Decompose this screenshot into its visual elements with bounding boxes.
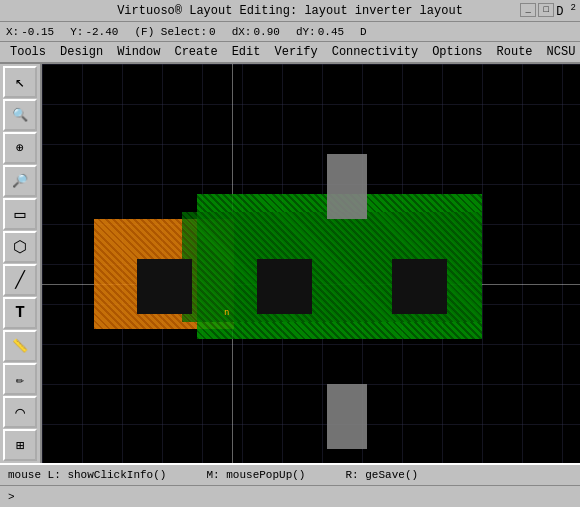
menu-bar: Tools Design Window Create Edit Verify C…: [0, 42, 580, 64]
poly-top-shape: [327, 154, 367, 219]
status-mid: M: mousePopUp(): [206, 469, 305, 481]
dy-coord: dY: 0.45: [296, 26, 344, 38]
d-indicator: D 2: [556, 3, 576, 19]
status-bar: mouse L: showClickInfo() M: mousePopUp()…: [0, 463, 580, 485]
contact-center: [257, 259, 312, 314]
polygon-tool-button[interactable]: ⬡: [3, 231, 37, 263]
select-count: (F) Select: 0: [134, 26, 215, 38]
main-area: ↖ 🔍 ⊕ 🔎 ▭ ⬡ ╱ T 📏 ✏ ⌒ ⊞ n: [0, 64, 580, 463]
contact-left: [137, 259, 192, 314]
coord-bar: X: -0.15 Y: -2.40 (F) Select: 0 dX: 0.90…: [0, 22, 580, 42]
y-coord: Y: -2.40: [70, 26, 118, 38]
menu-connectivity[interactable]: Connectivity: [326, 43, 424, 61]
command-bar[interactable]: >: [0, 485, 580, 507]
menu-tools[interactable]: Tools: [4, 43, 52, 61]
poly-bottom-shape: [327, 384, 367, 449]
menu-edit[interactable]: Edit: [226, 43, 267, 61]
menu-ncsu[interactable]: NCSU: [541, 43, 580, 61]
menu-window[interactable]: Window: [111, 43, 166, 61]
zoom-out-button[interactable]: 🔎: [3, 165, 37, 197]
status-left: mouse L: showClickInfo(): [8, 469, 166, 481]
command-prompt: >: [8, 491, 15, 503]
minimize-button[interactable]: _: [520, 3, 536, 17]
arc-tool-button[interactable]: ⌒: [3, 396, 37, 428]
toolbar: ↖ 🔍 ⊕ 🔎 ▭ ⬡ ╱ T 📏 ✏ ⌒ ⊞: [0, 64, 42, 463]
zoom-fit-button[interactable]: ⊕: [3, 132, 37, 164]
menu-options[interactable]: Options: [426, 43, 488, 61]
dx-coord: dX: 0.90: [232, 26, 280, 38]
layout-label-n: n: [224, 307, 229, 317]
menu-design[interactable]: Design: [54, 43, 109, 61]
select-tool-button[interactable]: ↖: [3, 66, 37, 98]
menu-route[interactable]: Route: [491, 43, 539, 61]
grid-tool-button[interactable]: ⊞: [3, 429, 37, 461]
maximize-button[interactable]: □: [538, 3, 554, 17]
d-coord: D: [360, 26, 367, 38]
title-bar: Virtuoso® Layout Editing: layout inverte…: [0, 0, 580, 22]
text-tool-button[interactable]: T: [3, 297, 37, 329]
zoom-in-button[interactable]: 🔍: [3, 99, 37, 131]
status-right: R: geSave(): [345, 469, 418, 481]
contact-right: [392, 259, 447, 314]
wire-tool-button[interactable]: ╱: [3, 264, 37, 296]
title-controls: _ □ D 2: [520, 3, 576, 19]
pencil-tool-button[interactable]: ✏: [3, 363, 37, 395]
menu-create[interactable]: Create: [168, 43, 223, 61]
canvas-area[interactable]: n: [42, 64, 580, 463]
x-coord: X: -0.15: [6, 26, 54, 38]
menu-verify[interactable]: Verify: [268, 43, 323, 61]
app-title: Virtuoso® Layout Editing: layout inverte…: [117, 4, 463, 18]
ruler-tool-button[interactable]: 📏: [3, 330, 37, 362]
rectangle-tool-button[interactable]: ▭: [3, 198, 37, 230]
command-input[interactable]: [19, 490, 572, 503]
